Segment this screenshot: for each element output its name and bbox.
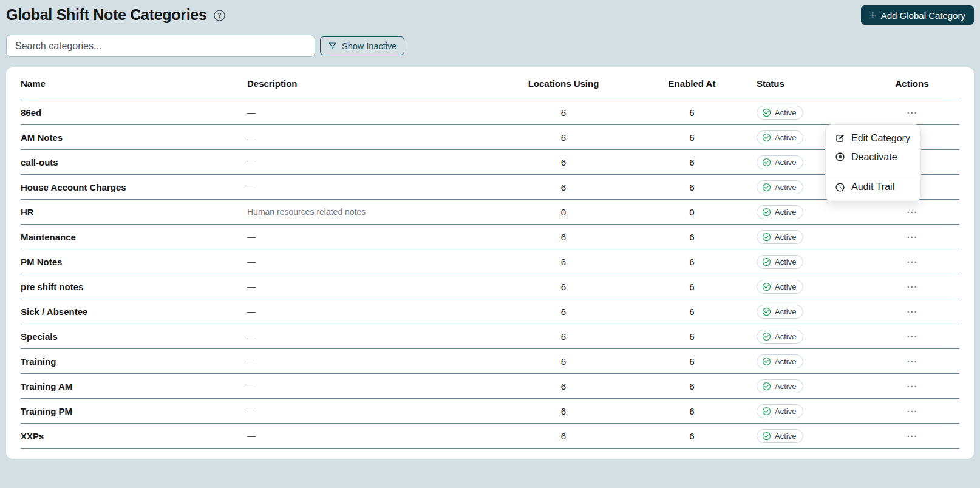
status-label: Active [775, 307, 796, 316]
category-name: HR [21, 207, 247, 217]
check-circle-icon [762, 407, 771, 416]
status-label: Active [775, 432, 796, 441]
status-label: Active [775, 332, 796, 341]
status-label: Active [775, 282, 796, 291]
category-name: House Account Charges [21, 182, 247, 192]
show-inactive-label: Show Inactive [342, 41, 396, 51]
locations-using-value: 6 [500, 182, 627, 192]
table-row: Training PM — 6 6 Active ⋯ [21, 399, 959, 424]
row-actions-button[interactable]: ⋯ [903, 231, 921, 243]
table-row: Training AM — 6 6 Active ⋯ [21, 374, 959, 399]
add-global-category-button[interactable]: + Add Global Category [861, 5, 974, 25]
category-description: — [247, 307, 500, 316]
locations-using-value: 6 [500, 431, 627, 441]
enabled-at-value: 6 [627, 431, 757, 441]
check-circle-icon [762, 432, 771, 441]
table-row: HR Human resources related notes 0 0 Act… [21, 200, 959, 225]
menu-spacer [826, 166, 920, 175]
status-label: Active [775, 232, 796, 242]
row-actions-button[interactable]: ⋯ [903, 430, 921, 442]
search-input[interactable] [6, 35, 315, 57]
category-description: — [247, 132, 500, 142]
status-badge: Active [757, 180, 803, 194]
category-name: XXPs [21, 431, 247, 441]
plus-icon: + [869, 9, 876, 21]
filter-icon [328, 41, 337, 50]
table-row: PM Notes — 6 6 Active ⋯ [21, 249, 959, 274]
menu-item-deactivate[interactable]: Deactivate [826, 147, 920, 166]
row-actions-button[interactable]: ⋯ [903, 355, 921, 368]
menu-item-edit-category[interactable]: Edit Category [826, 129, 920, 147]
category-name: pre shift notes [21, 282, 247, 292]
table-row: Sick / Absentee — 6 6 Active ⋯ [21, 299, 959, 324]
category-description: — [247, 356, 500, 366]
status-label: Active [775, 257, 796, 266]
column-header-enabled-at: Enabled At [627, 78, 757, 89]
category-name: Training AM [21, 381, 247, 391]
category-description: — [247, 381, 500, 391]
locations-using-value: 6 [500, 406, 627, 416]
category-description: — [247, 431, 500, 441]
table-row: call-outs — 6 6 Active ⋯ [21, 150, 959, 175]
table-row: AM Notes — 6 6 Active ⋯ [21, 125, 959, 150]
category-name: Specials [21, 331, 247, 342]
column-header-description: Description [247, 78, 500, 89]
category-description: — [247, 406, 500, 416]
table-row: 86ed — 6 6 Active ⋯ [21, 100, 959, 125]
check-circle-icon [762, 382, 771, 391]
check-circle-icon [762, 332, 771, 341]
category-description: — [247, 282, 500, 291]
check-circle-icon [762, 208, 771, 217]
category-description: — [247, 107, 500, 117]
locations-using-value: 0 [500, 207, 627, 217]
row-actions-button[interactable]: ⋯ [903, 380, 921, 393]
locations-using-value: 6 [500, 381, 627, 391]
check-circle-icon [762, 183, 771, 192]
locations-using-value: 6 [500, 107, 627, 118]
column-header-status: Status [757, 78, 865, 89]
help-icon[interactable]: ? [213, 9, 226, 22]
locations-using-value: 6 [500, 331, 627, 342]
row-actions-button[interactable]: ⋯ [903, 106, 921, 119]
locations-using-value: 6 [500, 356, 627, 367]
table-row: pre shift notes — 6 6 Active ⋯ [21, 274, 959, 299]
row-actions-button[interactable]: ⋯ [903, 206, 921, 219]
status-badge: Active [757, 404, 803, 418]
show-inactive-button[interactable]: Show Inactive [320, 36, 404, 55]
enabled-at-value: 6 [627, 257, 757, 267]
check-circle-icon [762, 357, 771, 366]
row-actions-button[interactable]: ⋯ [903, 330, 921, 343]
add-global-category-label: Add Global Category [881, 10, 965, 21]
edit-icon [834, 133, 845, 143]
svg-text:?: ? [217, 12, 221, 19]
category-description: — [247, 157, 500, 167]
toolbar: Show Inactive [6, 35, 974, 57]
row-actions-button[interactable]: ⋯ [903, 280, 921, 293]
row-actions-button[interactable]: ⋯ [903, 256, 921, 268]
check-circle-icon [762, 133, 771, 142]
enabled-at-value: 6 [627, 107, 757, 118]
menu-item-label: Edit Category [851, 133, 910, 144]
check-circle-icon [762, 257, 771, 266]
status-label: Active [775, 382, 796, 391]
enabled-at-value: 6 [627, 132, 757, 143]
enabled-at-value: 6 [627, 182, 757, 192]
clock-icon [834, 182, 845, 192]
status-label: Active [775, 108, 796, 117]
category-name: 86ed [21, 107, 247, 118]
locations-using-value: 6 [500, 232, 627, 242]
status-badge: Active [757, 280, 803, 294]
status-label: Active [775, 407, 796, 416]
status-badge: Active [757, 106, 803, 120]
column-header-actions: Actions [865, 78, 959, 89]
row-actions-button[interactable]: ⋯ [903, 305, 921, 318]
table-row: Specials — 6 6 Active ⋯ [21, 324, 959, 349]
category-description: — [247, 257, 500, 266]
row-actions-button[interactable]: ⋯ [903, 405, 921, 418]
status-badge: Active [757, 255, 803, 269]
status-badge: Active [757, 429, 803, 443]
locations-using-value: 6 [500, 307, 627, 317]
enabled-at-value: 6 [627, 406, 757, 416]
menu-item-audit-trail[interactable]: Audit Trail [826, 175, 920, 198]
category-name: call-outs [21, 157, 247, 168]
